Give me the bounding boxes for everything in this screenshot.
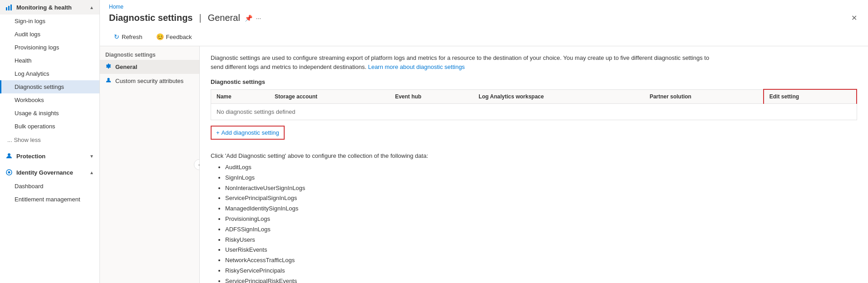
content-area: Diagnostic settings General Custom secur…: [100, 46, 868, 283]
data-list-item: RiskyServicePrincipals: [225, 266, 857, 276]
data-list-item: ServicePrincipalSignInLogs: [225, 194, 857, 203]
data-list-item: NonInteractiveUserSignInLogs: [225, 184, 857, 193]
sidebar-item-bulk-operations[interactable]: Bulk operations: [0, 120, 99, 133]
sidebar-item-dashboard[interactable]: Dashboard: [0, 180, 99, 193]
add-diagnostic-setting-button[interactable]: + Add diagnostic setting: [211, 126, 285, 140]
chevron-down-icon-protection: ▼: [89, 154, 94, 159]
diagnostic-table: Name Storage account Event hub Log Analy…: [211, 89, 857, 120]
sidebar-item-log-analytics[interactable]: Log Analytics: [0, 67, 99, 80]
sub-nav-header: Diagnostic settings: [100, 48, 199, 60]
page-title-row: Diagnostic settings | General 📌 ··· ✕: [109, 12, 859, 24]
sidebar-section-protection-label: Protection: [16, 153, 45, 160]
sidebar-item-bulk-operations-label: Bulk operations: [15, 123, 55, 130]
col-header-edit-setting: Edit setting: [764, 89, 857, 104]
close-button[interactable]: ✕: [849, 12, 859, 24]
sub-nav-item-general[interactable]: General: [100, 60, 199, 74]
show-less-label: ... Show less: [7, 137, 41, 143]
sidebar-section-monitoring[interactable]: Monitoring & health ▲: [0, 0, 99, 15]
data-list-item: UserRiskEvents: [225, 245, 857, 255]
page-subtitle: General: [208, 13, 240, 23]
toolbar: ↻ Refresh 😊 Feedback: [100, 28, 868, 46]
add-setting-label: Add diagnostic setting: [222, 129, 279, 136]
col-header-name: Name: [211, 89, 269, 104]
sidebar-item-usage-insights[interactable]: Usage & insights: [0, 107, 99, 120]
sidebar-section-protection[interactable]: Protection ▼: [0, 149, 99, 163]
sidebar-item-entitlement-label: Entitlement management: [15, 196, 80, 203]
sidebar-item-sign-in-logs-label: Sign-in logs: [15, 18, 45, 24]
sidebar-show-less[interactable]: ... Show less: [0, 133, 99, 147]
collapse-subnav-button[interactable]: ‹: [194, 159, 200, 170]
sidebar-section-identity-governance[interactable]: Identity Governance ▲: [0, 165, 99, 180]
title-icons: 📌 ···: [245, 15, 261, 22]
table-empty-message: No diagnostic settings defined: [211, 104, 857, 120]
data-list-item: NetworkAccessTrafficLogs: [225, 256, 857, 265]
main-area: Home Diagnostic settings | General 📌 ···…: [100, 0, 868, 283]
sidebar-item-diagnostic-settings[interactable]: Diagnostic settings: [0, 80, 99, 93]
learn-more-link[interactable]: Learn more about diagnostic settings: [368, 63, 465, 70]
sidebar-item-provisioning-logs[interactable]: Provisioning logs: [0, 41, 99, 54]
sidebar-item-dashboard-label: Dashboard: [15, 183, 44, 190]
data-items-list: AuditLogsSignInLogsNonInteractiveUserSig…: [211, 163, 857, 283]
svg-point-6: [107, 78, 109, 80]
sidebar-item-workbooks-label: Workbooks: [15, 97, 44, 103]
refresh-icon: ↻: [114, 33, 119, 40]
page-title-separator: |: [199, 13, 201, 23]
more-options-icon[interactable]: ···: [256, 15, 261, 22]
chevron-up-icon-governance: ▲: [89, 170, 94, 175]
svg-point-5: [8, 171, 10, 174]
description-text: Diagnostic settings are used to configur…: [211, 54, 710, 71]
svg-rect-0: [6, 7, 7, 10]
feedback-button[interactable]: 😊 Feedback: [151, 30, 197, 43]
data-list-item: ManagedIdentitySignInLogs: [225, 204, 857, 214]
sidebar-item-audit-logs[interactable]: Audit logs: [0, 28, 99, 41]
chevron-up-icon: ▲: [89, 5, 94, 10]
feedback-label: Feedback: [166, 34, 192, 40]
data-list-item: SignInLogs: [225, 173, 857, 183]
sub-nav-item-custom-security[interactable]: Custom security attributes: [100, 74, 199, 88]
governance-icon: [5, 169, 13, 176]
sidebar-item-health[interactable]: Health: [0, 54, 99, 67]
svg-point-3: [8, 153, 10, 156]
sidebar: Monitoring & health ▲ Sign-in logs Audit…: [0, 0, 100, 283]
click-info-text: Click 'Add Diagnostic setting' above to …: [211, 152, 857, 159]
refresh-label: Refresh: [122, 34, 143, 40]
data-list-item: RiskyUsers: [225, 235, 857, 245]
table-row-empty: No diagnostic settings defined: [211, 104, 857, 120]
sidebar-item-usage-insights-label: Usage & insights: [15, 110, 59, 117]
data-list-item: AuditLogs: [225, 163, 857, 172]
data-list-item: ServicePrincipalRiskEvents: [225, 277, 857, 283]
page-title: Diagnostic settings: [109, 13, 192, 23]
sidebar-section-monitoring-label: Monitoring & health: [16, 4, 72, 11]
breadcrumb[interactable]: Home: [109, 4, 859, 10]
sidebar-item-workbooks[interactable]: Workbooks: [0, 93, 99, 107]
top-bar: Home Diagnostic settings | General 📌 ···…: [100, 0, 868, 28]
svg-rect-1: [8, 6, 10, 10]
feedback-icon: 😊: [156, 33, 164, 40]
refresh-button[interactable]: ↻ Refresh: [109, 30, 148, 43]
sub-nav: Diagnostic settings General Custom secur…: [100, 46, 200, 283]
sidebar-item-log-analytics-label: Log Analytics: [15, 70, 49, 77]
col-header-storage: Storage account: [269, 89, 390, 104]
pin-icon[interactable]: 📌: [245, 15, 252, 22]
sub-nav-custom-security-label: Custom security attributes: [115, 78, 183, 84]
main-panel: Diagnostic settings are used to configur…: [200, 46, 868, 283]
col-header-event-hub: Event hub: [390, 89, 473, 104]
svg-rect-2: [10, 5, 12, 10]
data-list-item: ADFSSignInLogs: [225, 225, 857, 234]
table-section-title: Diagnostic settings: [211, 78, 857, 85]
sidebar-item-health-label: Health: [15, 57, 32, 64]
gear-sub-icon: [105, 63, 112, 71]
col-header-partner: Partner solution: [644, 89, 764, 104]
security-sub-icon: [105, 77, 112, 85]
col-header-log-analytics: Log Analytics workspace: [473, 89, 644, 104]
sidebar-item-sign-in-logs[interactable]: Sign-in logs: [0, 15, 99, 28]
sidebar-item-entitlement[interactable]: Entitlement management: [0, 193, 99, 206]
sidebar-item-provisioning-logs-label: Provisioning logs: [15, 44, 59, 51]
sidebar-item-diagnostic-settings-label: Diagnostic settings: [15, 83, 64, 90]
sub-nav-general-label: General: [115, 63, 137, 70]
chart-icon: [5, 4, 13, 11]
person-shield-icon: [5, 152, 13, 160]
sidebar-section-identity-governance-label: Identity Governance: [16, 169, 73, 176]
data-list-item: ProvisioningLogs: [225, 215, 857, 224]
add-icon: +: [216, 129, 220, 136]
